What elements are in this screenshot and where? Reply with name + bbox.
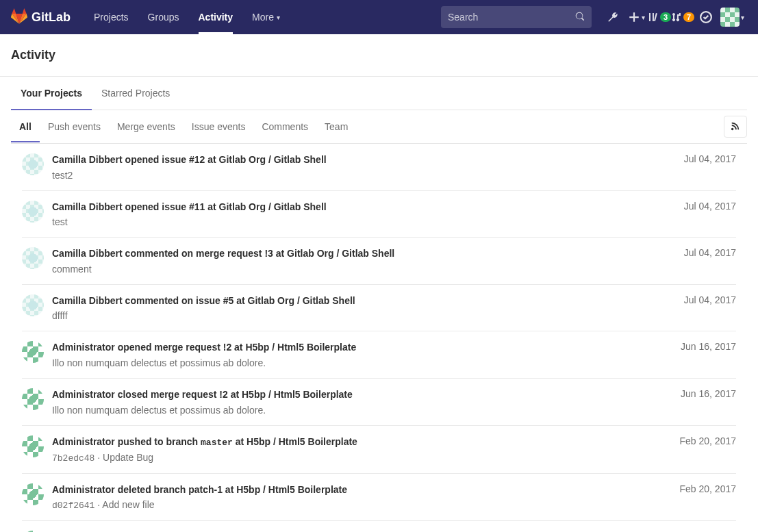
commit-sha[interactable]: d02f2641 [52, 501, 94, 511]
activity-ref[interactable]: #12 [189, 154, 205, 165]
activity-actor[interactable]: Camilla Dibbert [52, 248, 123, 259]
activity-actor[interactable]: Camilla Dibbert [52, 201, 123, 212]
activity-ref[interactable]: #5 [223, 295, 234, 306]
activity-subtitle: dffff [52, 310, 736, 321]
activity-ref[interactable]: !2 [219, 389, 227, 400]
activity-body: Camilla Dibbert commented on issue #5 at… [52, 294, 736, 322]
nav-more[interactable]: More ▾ [242, 0, 290, 34]
filter-all[interactable]: All [11, 112, 40, 142]
activity-actor[interactable]: Camilla Dibbert [52, 295, 123, 306]
activity-action: commented on issue [125, 295, 220, 306]
todos-icon[interactable] [694, 0, 718, 34]
filter-push[interactable]: Push events [40, 112, 109, 142]
activity-ref[interactable]: master [201, 438, 233, 448]
activity-project[interactable]: H5bp / Html5 Boilerplate [242, 389, 353, 400]
activity-item: Administrator closed merge request !2 at… [22, 379, 736, 426]
activity-ref[interactable]: !2 [223, 342, 231, 353]
user-menu[interactable]: ▾ [718, 0, 747, 34]
admin-wrench-icon[interactable] [601, 0, 624, 34]
activity-action: deleted branch [118, 484, 186, 495]
activity-body: Administrator deleted branch patch-1 at … [52, 483, 736, 511]
user-avatar-icon [720, 8, 740, 27]
activity-date: Jul 04, 2017 [684, 294, 736, 305]
activity-item: Camilla Dibbert commented on merge reque… [22, 238, 736, 285]
create-plus-icon[interactable]: ▾ [624, 0, 648, 34]
activity-avatar[interactable] [22, 247, 44, 269]
activity-title[interactable]: Camilla Dibbert opened issue #12 at Gitl… [52, 153, 673, 167]
activity-title[interactable]: Administrator opened merge request !2 at… [52, 341, 670, 355]
search-icon [575, 12, 585, 23]
search-input[interactable] [448, 12, 575, 23]
activity-action: closed merge request [118, 389, 217, 400]
activity-at: at [207, 201, 216, 212]
activity-avatar[interactable] [22, 201, 44, 223]
activity-item: Camilla Dibbert opened issue #12 at Gitl… [22, 144, 736, 191]
commit-message: Add new file [102, 499, 154, 510]
activity-project[interactable]: Gitlab Org / Gitlab Shell [219, 201, 327, 212]
activity-at: at [276, 248, 284, 259]
rss-button[interactable] [724, 116, 747, 138]
nav-links: Projects Groups Activity More ▾ [84, 0, 290, 34]
filter-comments[interactable]: Comments [253, 112, 316, 142]
filter-merge[interactable]: Merge events [109, 112, 184, 142]
tab-your-projects[interactable]: Your Projects [11, 77, 92, 110]
activity-actor[interactable]: Administrator [52, 484, 115, 495]
activity-actor[interactable]: Camilla Dibbert [52, 154, 123, 165]
nav-groups[interactable]: Groups [138, 0, 189, 34]
activity-ref[interactable]: !3 [264, 248, 273, 259]
activity-ref[interactable]: #11 [189, 201, 205, 212]
activity-avatar[interactable] [22, 153, 44, 175]
logo[interactable]: GitLab [11, 8, 71, 27]
activity-project[interactable]: Gitlab Org / Gitlab Shell [287, 248, 394, 259]
activity-subtitle: Illo non numquam delectus et possimus ab… [52, 357, 736, 368]
activity-item: Administrator accepted merge request !4 … [22, 521, 736, 532]
activity-avatar[interactable] [22, 294, 44, 316]
activity-actor[interactable]: Administrator [52, 389, 115, 400]
activity-title[interactable]: Administrator closed merge request !2 at… [52, 388, 670, 402]
nav-activity[interactable]: Activity [189, 0, 243, 34]
activity-date: Jun 16, 2017 [681, 341, 736, 352]
activity-date: Feb 20, 2017 [679, 435, 736, 446]
activity-project[interactable]: H5bp / Html5 Boilerplate [245, 342, 356, 353]
activity-at: at [236, 436, 244, 447]
activity-subtitle: Illo non numquam delectus et possimus ab… [52, 405, 736, 416]
activity-avatar[interactable] [22, 483, 44, 505]
activity-actor[interactable]: Administrator [52, 342, 115, 353]
nav-projects[interactable]: Projects [84, 0, 138, 34]
activity-avatar[interactable] [22, 388, 44, 410]
gitlab-logo-icon [11, 8, 27, 27]
search-box[interactable] [441, 6, 592, 28]
activity-avatar[interactable] [22, 341, 44, 363]
filter-team[interactable]: Team [316, 112, 356, 142]
activity-date: Jul 04, 2017 [684, 201, 736, 212]
activity-title[interactable]: Camilla Dibbert commented on issue #5 at… [52, 294, 673, 308]
activity-ref[interactable]: patch-1 [188, 484, 223, 495]
activity-project[interactable]: Gitlab Org / Gitlab Shell [219, 154, 327, 165]
activity-date: Jul 04, 2017 [684, 247, 736, 258]
activity-body: Administrator closed merge request !2 at… [52, 388, 736, 416]
activity-title[interactable]: Administrator deleted branch patch-1 at … [52, 483, 668, 497]
filter-tabs: All Push events Merge events Issue event… [11, 112, 724, 142]
activity-avatar[interactable] [22, 435, 44, 457]
activity-project[interactable]: H5bp / Html5 Boilerplate [247, 436, 357, 447]
commit-message: Update Bug [103, 452, 153, 463]
tab-starred-projects[interactable]: Starred Projects [92, 77, 179, 110]
activity-date: Feb 20, 2017 [679, 483, 736, 494]
filter-issue[interactable]: Issue events [184, 112, 254, 142]
activity-actor[interactable]: Administrator [52, 436, 115, 447]
activity-project[interactable]: H5bp / Html5 Boilerplate [236, 484, 347, 495]
activity-action: opened issue [125, 154, 186, 165]
chevron-down-icon: ▾ [642, 14, 645, 21]
activity-title[interactable]: Camilla Dibbert opened issue #11 at Gitl… [52, 201, 673, 214]
issues-badge: 3 [660, 12, 671, 22]
commit-sha[interactable]: 7b2edc48 [52, 453, 94, 464]
filter-row: All Push events Merge events Issue event… [11, 110, 747, 144]
merge-requests-icon[interactable]: 7 [671, 0, 694, 34]
activity-project[interactable]: Gitlab Org / Gitlab Shell [248, 295, 355, 306]
activity-title[interactable]: Camilla Dibbert commented on merge reque… [52, 247, 673, 261]
activity-item: Camilla Dibbert opened issue #11 at Gitl… [22, 191, 736, 238]
activity-item: Administrator deleted branch patch-1 at … [22, 474, 736, 522]
activity-title[interactable]: Administrator pushed to branch master at… [52, 435, 668, 449]
activity-item: Administrator pushed to branch master at… [22, 426, 736, 474]
issues-icon[interactable]: 3 [648, 0, 671, 34]
